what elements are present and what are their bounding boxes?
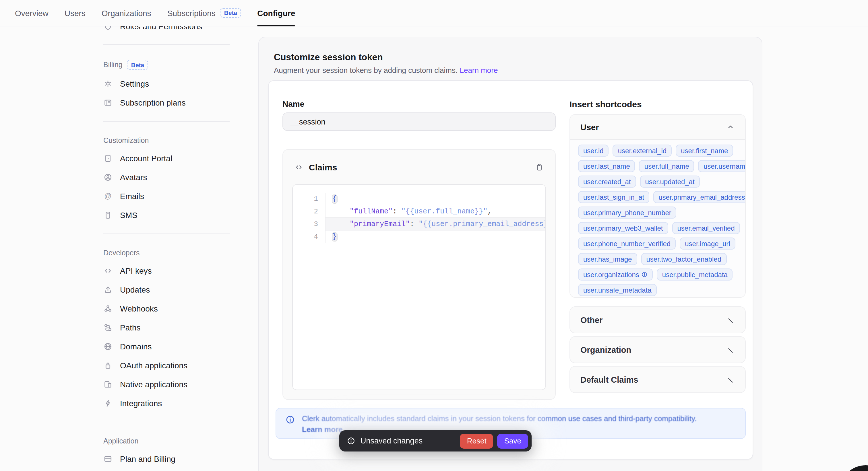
sidebar-item-label: Webhooks [120,304,158,313]
sidebar-item-label: Subscription plans [120,98,186,107]
chip-row: user.last_sign_in_atuser.primary_email_a… [578,191,737,203]
shortcode-chip-user-primary_email_address[interactable]: user.primary_email_address [653,191,746,203]
copy-claims-button[interactable] [535,163,544,171]
shortcode-chip-user-id[interactable]: user.id [578,144,609,157]
sidebar-divider [103,121,229,121]
nav-tab-users[interactable]: Users [65,0,86,26]
shortcode-chip-user-last_name[interactable]: user.last_name [578,160,635,172]
chip-label: user.phone_number_verified [583,239,671,247]
nav-tab-label: Subscriptions [167,8,216,18]
shortcode-chip-user-updated_at[interactable]: user.updated_at [640,175,700,188]
sidebar: Roles and PermissionsBillingBetaSettings… [103,0,229,471]
shortcode-chip-user-primary_web3_wallet[interactable]: user.primary_web3_wallet [578,222,668,234]
help-bubble-button[interactable] [839,465,868,471]
sidebar-item-label: OAuth applications [120,361,187,370]
code-token-plain: : [410,220,418,228]
code-icon [103,266,113,275]
sidebar-item-account-portal[interactable]: Account Portal [103,149,229,168]
name-input[interactable] [282,112,556,131]
save-button[interactable]: Save [497,433,528,448]
nav-tab-configure[interactable]: Configure [257,0,295,26]
shortcodes-user-header[interactable]: User [570,115,745,140]
nav-tab-organizations[interactable]: Organizations [102,0,151,26]
shortcode-chip-user-two_factor_enabled[interactable]: user.two_factor_enabled [641,253,726,265]
sidebar-section-label: Application [103,437,229,445]
sidebar-item-paths[interactable]: Paths [103,318,229,337]
gear-icon [103,79,113,88]
sidebar-item-sms[interactable]: SMS [103,206,229,225]
line-number: 3 [293,218,326,231]
chip-label: user.updated_at [645,177,694,186]
code-line-content: { [326,193,546,205]
shortcode-chip-user-last_sign_in_at[interactable]: user.last_sign_in_at [578,191,649,203]
globe-icon [103,342,113,351]
sidebar-item-native-applications[interactable]: Native applications [103,375,229,394]
code-line: 1{ [293,193,546,205]
claims-panel: Claims 1{2 "fullName": "{{user.full_name… [282,149,556,400]
shortcode-chip-user-email_verified[interactable]: user.email_verified [672,222,740,234]
phone-icon [103,210,113,220]
chip-label: user.full_name [644,162,689,170]
lock-icon [103,361,113,370]
sidebar-item-domains[interactable]: Domains [103,337,229,356]
nav-tab-subscriptions[interactable]: SubscriptionsBeta [167,0,241,26]
banner-learn-more-link[interactable]: Learn more [302,425,343,434]
nav-tab-overview[interactable]: Overview [15,0,49,26]
nav-tab-label: Overview [15,8,49,18]
chip-label: user.primary_phone_number [583,208,671,216]
shortcodes-chip-list: user.iduser.external_iduser.first_nameus… [570,140,745,298]
sidebar-item-emails[interactable]: @Emails [103,187,229,206]
sidebar-item-webhooks[interactable]: Webhooks [103,299,229,318]
sidebar-item-plan-and-billing[interactable]: Plan and Billing [103,449,229,468]
reset-button[interactable]: Reset [460,433,493,448]
sidebar-item-oauth-applications[interactable]: OAuth applications [103,356,229,375]
shortcodes-section-other[interactable]: Other [569,306,746,333]
sidebar-item-label: SMS [120,210,137,220]
page: OverviewUsersOrganizationsSubscriptionsB… [0,0,868,471]
shortcode-chip-user-phone_number_verified[interactable]: user.phone_number_verified [578,237,676,249]
learn-more-link[interactable]: Learn more [460,66,498,75]
shortcode-chip-user-organizations[interactable]: user.organizations [578,268,653,280]
shortcode-chip-user-primary_phone_number[interactable]: user.primary_phone_number [578,206,677,218]
code-token-key: "fullName" [350,208,393,216]
shortcode-chip-user-created_at[interactable]: user.created_at [578,175,636,188]
sidebar-item-integrations[interactable]: Integrations [103,394,229,413]
sidebar-item-settings[interactable]: Settings [103,74,229,93]
at-icon: @ [103,192,113,201]
card-icon [103,455,113,464]
chip-label: user.unsafe_metadata [583,286,652,294]
shortcode-chip-user-username[interactable]: user.username [699,160,746,172]
claims-code-editor[interactable]: 1{2 "fullName": "{{user.full_name}}",3 "… [292,184,546,390]
upload-icon [103,285,113,294]
sidebar-section-label: Customization [103,136,229,144]
description-text: Augment your session tokens by adding cu… [274,66,458,75]
code-token-plain [332,220,350,228]
shortcodes-user-label: User [580,123,599,132]
sidebar-item-label: API keys [120,266,152,275]
code-token-plain: : [393,208,401,216]
chip-row: user.primary_phone_number [578,206,737,218]
shortcode-chip-user-external_id[interactable]: user.external_id [613,144,672,157]
beta-badge: Beta [220,8,241,18]
sidebar-item-api-keys[interactable]: API keys [103,261,229,280]
sidebar-item-avatars[interactable]: Avatars [103,168,229,187]
sidebar-section-text: Application [103,437,138,445]
sidebar-item-updates[interactable]: Updates [103,280,229,299]
shortcodes-section-default-claims[interactable]: Default Claims [569,366,746,393]
chip-label: user.id [583,146,603,155]
line-number: 2 [293,205,326,218]
shortcodes-section-organization[interactable]: Organization [569,336,746,363]
shortcode-chip-user-public_metadata[interactable]: user.public_metadata [657,268,733,280]
shortcode-chip-user-full_name[interactable]: user.full_name [639,160,694,172]
info-icon [347,437,355,445]
shortcode-chip-user-image_url[interactable]: user.image_url [680,237,735,249]
sidebar-item-subscription-plans[interactable]: Subscription plans [103,93,229,112]
code-token-val: "{{user.full_name}}" [401,208,487,216]
shortcode-chip-user-unsafe_metadata[interactable]: user.unsafe_metadata [578,284,657,296]
chip-label: user.first_name [681,146,728,155]
sidebar-item-label: Integrations [120,399,162,408]
shortcode-chip-user-first_name[interactable]: user.first_name [676,144,733,157]
sidebar-item-settings[interactable]: Settings [103,468,229,471]
code-token-plain [332,208,350,216]
shortcode-chip-user-has_image[interactable]: user.has_image [578,253,637,265]
